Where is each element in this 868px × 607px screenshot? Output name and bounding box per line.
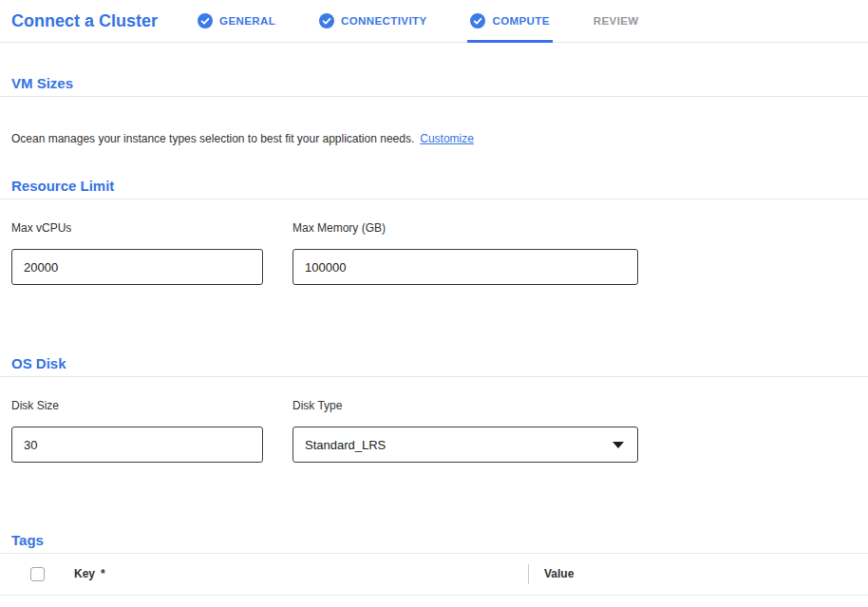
tab-compute-label: COMPUTE <box>492 15 549 27</box>
max-vcpus-input[interactable] <box>11 249 263 285</box>
column-divider <box>528 564 529 584</box>
connect-cluster-page: Connect a Cluster GENERAL CONNECTIVITY C… <box>0 0 868 607</box>
tags-title: Tags <box>11 532 868 548</box>
max-memory-field-group: Max Memory (GB) <box>292 199 638 285</box>
wizard-tabs: GENERAL CONNECTIVITY COMPUTE REVIEW <box>198 0 683 42</box>
tab-connectivity-label: CONNECTIVITY <box>341 15 426 27</box>
page-title: Connect a Cluster <box>11 11 158 31</box>
wizard-header: Connect a Cluster GENERAL CONNECTIVITY C… <box>0 0 868 43</box>
disk-type-select[interactable]: Standard_LRS <box>292 427 638 463</box>
vm-sizes-description-text: Ocean manages your instance types select… <box>11 132 414 145</box>
resource-limit-section-header: Resource Limit <box>0 178 868 199</box>
max-vcpus-field-group: Max vCPUs <box>11 199 263 285</box>
customize-link[interactable]: Customize <box>420 132 474 145</box>
tags-table-header-row: Key* Value <box>0 554 868 596</box>
vm-sizes-description: Ocean manages your instance types select… <box>11 132 868 145</box>
column-header-value: Value <box>544 567 574 580</box>
tab-review-label: REVIEW <box>594 15 639 27</box>
max-memory-input[interactable] <box>292 249 638 285</box>
caret-down-icon <box>613 442 624 448</box>
check-circle-icon <box>198 13 213 28</box>
tab-review[interactable]: REVIEW <box>594 0 639 42</box>
disk-type-label: Disk Type <box>292 399 638 412</box>
tab-general-label: GENERAL <box>219 15 275 27</box>
tags-section-header: Tags <box>0 532 868 554</box>
os-disk-fields: Disk Size Disk Type Standard_LRS <box>0 377 868 463</box>
disk-size-label: Disk Size <box>11 399 263 412</box>
max-memory-label: Max Memory (GB) <box>292 221 638 235</box>
os-disk-title: OS Disk <box>11 355 868 371</box>
check-circle-icon <box>319 13 334 28</box>
disk-size-input[interactable] <box>11 427 263 463</box>
tab-compute[interactable]: COMPUTE <box>470 0 549 42</box>
resource-limit-title: Resource Limit <box>11 178 868 194</box>
tab-connectivity[interactable]: CONNECTIVITY <box>319 0 426 42</box>
max-vcpus-label: Max vCPUs <box>11 221 263 235</box>
disk-type-field-group: Disk Type Standard_LRS <box>292 377 638 463</box>
check-circle-icon <box>470 13 485 28</box>
disk-size-field-group: Disk Size <box>11 377 263 463</box>
select-all-checkbox[interactable] <box>30 567 45 581</box>
vm-sizes-section-header: VM Sizes <box>0 75 868 97</box>
key-column-label: Key <box>74 567 95 580</box>
disk-type-selected-value: Standard_LRS <box>305 438 386 452</box>
required-asterisk: * <box>101 567 105 580</box>
vm-sizes-title: VM Sizes <box>11 75 868 91</box>
resource-limit-fields: Max vCPUs Max Memory (GB) <box>0 199 868 285</box>
os-disk-section-header: OS Disk <box>0 355 868 377</box>
column-header-key: Key* <box>74 567 105 580</box>
tab-general[interactable]: GENERAL <box>198 0 275 42</box>
